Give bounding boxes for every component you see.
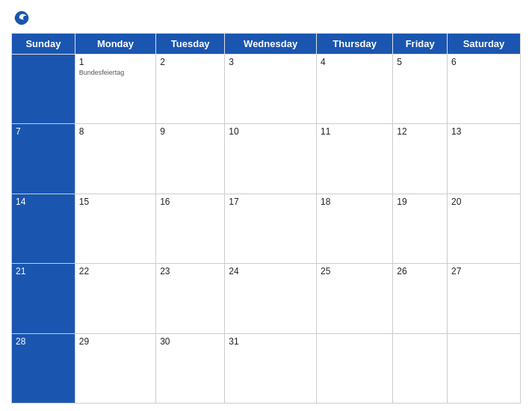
calendar-cell: 17 <box>225 194 317 263</box>
calendar-cell: 4 <box>316 55 392 124</box>
calendar-cell: 21 <box>12 264 75 333</box>
calendar-cell: 15 <box>75 194 155 263</box>
calendar-cell: 25 <box>316 264 392 333</box>
calendar-cell: 28 <box>12 333 75 403</box>
day-number: 30 <box>160 336 220 347</box>
day-number: 18 <box>321 197 389 207</box>
weekday-header-thursday: Thursday <box>316 34 392 55</box>
calendar-cell: 29 <box>75 333 155 403</box>
day-number: 17 <box>229 197 312 207</box>
calendar-cell <box>316 333 392 403</box>
day-number: 12 <box>397 126 443 137</box>
weekday-header-saturday: Saturday <box>448 34 521 55</box>
calendar-week-row: 21222324252627 <box>12 264 521 333</box>
day-number: 13 <box>451 126 516 137</box>
calendar-week-row: 28293031 <box>12 333 521 403</box>
day-number: 24 <box>229 266 312 276</box>
calendar-cell: 9 <box>156 124 225 194</box>
day-number: 19 <box>397 197 443 207</box>
weekday-header-friday: Friday <box>393 34 448 55</box>
calendar-week-row: 14151617181920 <box>12 194 521 263</box>
calendar-header <box>11 7 521 28</box>
weekday-header-tuesday: Tuesday <box>156 34 225 55</box>
weekday-header-monday: Monday <box>75 34 155 55</box>
day-number: 27 <box>451 266 516 276</box>
weekday-header-row: SundayMondayTuesdayWednesdayThursdayFrid… <box>12 34 521 55</box>
calendar-cell: 3 <box>225 55 317 124</box>
day-number: 2 <box>160 57 220 67</box>
day-number: 7 <box>16 126 71 137</box>
day-number: 25 <box>321 266 389 276</box>
day-number: 9 <box>160 126 220 137</box>
weekday-header-wednesday: Wednesday <box>225 34 317 55</box>
calendar-table: SundayMondayTuesdayWednesdayThursdayFrid… <box>11 33 521 404</box>
day-number: 14 <box>16 197 71 207</box>
day-number: 16 <box>160 197 220 207</box>
calendar-cell: 11 <box>316 124 392 194</box>
calendar-cell: 5 <box>393 55 448 124</box>
calendar-cell: 18 <box>316 194 392 263</box>
calendar-cell: 10 <box>225 124 317 194</box>
day-number: 3 <box>229 57 312 67</box>
day-number: 21 <box>16 266 71 276</box>
day-number: 8 <box>79 126 152 137</box>
calendar-cell: 22 <box>75 264 155 333</box>
day-number: 26 <box>397 266 443 276</box>
day-number: 29 <box>79 336 152 347</box>
calendar-cell: 14 <box>12 194 75 263</box>
calendar-week-row: 78910111213 <box>12 124 521 194</box>
calendar-cell: 7 <box>12 124 75 194</box>
calendar-cell: 12 <box>393 124 448 194</box>
calendar-cell: 31 <box>225 333 317 403</box>
logo <box>11 7 35 28</box>
day-number: 31 <box>229 336 312 347</box>
calendar-week-row: 1Bundesfeiertag23456 <box>12 55 521 124</box>
day-number: 10 <box>229 126 312 137</box>
day-number: 5 <box>397 57 443 67</box>
holiday-label: Bundesfeiertag <box>79 69 152 76</box>
calendar-cell: 27 <box>448 264 521 333</box>
calendar-cell: 1Bundesfeiertag <box>75 55 155 124</box>
calendar-cell <box>393 333 448 403</box>
day-number: 15 <box>79 197 152 207</box>
day-number: 28 <box>16 336 71 347</box>
calendar-cell: 16 <box>156 194 225 263</box>
day-number: 20 <box>451 197 516 207</box>
calendar-cell: 13 <box>448 124 521 194</box>
calendar-cell: 24 <box>225 264 317 333</box>
weekday-header-sunday: Sunday <box>12 34 75 55</box>
calendar-cell: 6 <box>448 55 521 124</box>
calendar-cell: 8 <box>75 124 155 194</box>
calendar-cell: 2 <box>156 55 225 124</box>
calendar-cell: 20 <box>448 194 521 263</box>
calendar-cell: 26 <box>393 264 448 333</box>
day-number: 11 <box>321 126 389 137</box>
calendar-cell: 30 <box>156 333 225 403</box>
day-number: 1 <box>79 57 152 67</box>
calendar-cell: 19 <box>393 194 448 263</box>
day-number: 22 <box>79 266 152 276</box>
calendar-cell <box>448 333 521 403</box>
day-number: 23 <box>160 266 220 276</box>
day-number: 4 <box>321 57 389 67</box>
day-number: 6 <box>451 57 516 67</box>
calendar-cell: 23 <box>156 264 225 333</box>
calendar-cell <box>12 55 75 124</box>
logo-bird-icon <box>11 7 32 28</box>
